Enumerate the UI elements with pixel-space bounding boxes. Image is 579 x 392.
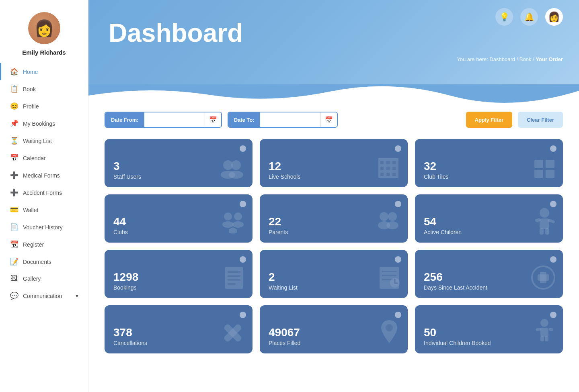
svg-rect-17 [546,170,554,178]
stat-card-active-children[interactable]: 54 Active Children [415,194,563,243]
svg-rect-31 [545,228,549,235]
stat-indicator [240,201,246,207]
sidebar-item-my-bookings[interactable]: 📌 My Bookings [0,115,88,132]
date-to-input[interactable] [260,112,320,127]
svg-rect-9 [386,167,390,170]
pin-icon [377,318,401,348]
sidebar: 👩 Emily Richards 🏠 Home 📋 Book 😊 Profile… [0,0,88,392]
stat-card-waiting-list[interactable]: 2 Waiting List [260,250,408,298]
chevron-down-icon: ▼ [75,294,79,298]
medical-plus-icon [530,265,556,292]
grid-icon [532,158,556,182]
stat-card-live-schools[interactable]: 12 Live Schools [260,139,408,187]
sidebar-label-my-bookings: My Bookings [23,120,55,127]
lightbulb-icon-button[interactable]: 💡 [495,8,513,26]
sidebar-item-waiting-list[interactable]: ⏳ Waiting List [0,132,88,149]
wallet-icon: 💳 [10,206,18,214]
group-shield-icon [220,209,246,237]
sidebar-label-accident-forms: Accident Forms [23,190,62,196]
sidebar-item-calendar[interactable]: 📅 Calendar [0,149,88,167]
wave-decoration [88,84,579,104]
sidebar-item-accident-forms[interactable]: ➕ Accident Forms [0,184,88,201]
stat-card-places-filled[interactable]: 49067 Places Filled [260,305,408,353]
apply-filter-button[interactable]: Apply Filter [466,112,513,128]
clear-filter-button[interactable]: Clear Filter [518,112,563,128]
stats-grid: 3 Staff Users 12 Live Schools 32 Club Ti… [105,139,563,353]
svg-point-19 [234,212,242,220]
stat-card-cancellations[interactable]: 378 Cancellations [105,305,253,353]
sidebar-item-home[interactable]: 🏠 Home [0,63,88,80]
content-area: Date From: 📅 Date To: 📅 Apply Filter Cle… [88,104,579,392]
sidebar-item-profile[interactable]: 😊 Profile [0,98,88,115]
svg-rect-5 [380,161,384,164]
date-from-input[interactable] [144,112,205,127]
sidebar-label-medical-forms: Medical Forms [23,172,60,179]
svg-rect-6 [386,161,390,164]
stat-indicator [395,256,401,263]
parents-icon [375,209,401,237]
sidebar-label-gallery: Gallery [23,276,41,282]
stat-indicator [550,256,556,263]
svg-point-3 [229,171,243,179]
stat-indicator [395,145,401,152]
stat-indicator [395,312,401,318]
documents-icon: 📝 [10,257,18,266]
sidebar-item-book[interactable]: 📋 Book [0,80,88,98]
sidebar-item-register[interactable]: 📆 Register [0,236,88,253]
stat-card-clubs[interactable]: 44 Clubs [105,194,253,243]
stat-card-staff-users[interactable]: 3 Staff Users [105,139,253,187]
svg-rect-53 [545,336,548,341]
svg-rect-12 [386,173,390,176]
sidebar-item-gallery[interactable]: 🖼 Gallery [0,270,88,287]
stat-indicator [550,201,556,207]
sidebar-label-register: Register [23,241,44,248]
breadcrumb-current: Your Order [536,56,563,62]
date-to-calendar-button[interactable]: 📅 [320,112,337,127]
gallery-icon: 🖼 [10,275,18,283]
svg-point-22 [380,212,388,221]
svg-rect-13 [392,173,396,176]
svg-rect-49 [540,328,548,337]
sidebar-item-wallet[interactable]: 💳 Wallet [0,201,88,218]
bell-icon-button[interactable]: 🔔 [520,8,538,26]
svg-rect-30 [540,228,544,235]
stat-indicator [550,145,556,152]
stat-card-club-tiles[interactable]: 32 Club Tiles [415,139,563,187]
sidebar-label-calendar: Calendar [23,155,46,161]
svg-point-20 [222,221,234,228]
cross-icon [220,320,246,348]
breadcrumb: You are here: Dashboard / Book / Your Or… [457,56,563,62]
user-avatar-button[interactable]: 👩 [545,8,563,26]
svg-rect-33 [228,271,240,273]
sidebar-label-communication: Communication [23,293,62,299]
stat-card-days-accident[interactable]: 256 Days Since Last Accident [415,250,563,298]
stat-card-individual-children[interactable]: 50 Individual Children Booked [415,305,563,353]
svg-rect-35 [228,279,240,281]
medical-forms-icon: ➕ [10,171,18,180]
voucher-history-icon: 📄 [10,223,18,231]
sidebar-item-medical-forms[interactable]: ➕ Medical Forms [0,167,88,184]
svg-point-25 [386,221,398,229]
stat-card-bookings[interactable]: 1298 Bookings [105,250,253,298]
svg-point-18 [224,212,232,220]
svg-rect-34 [228,275,240,277]
building-icon [375,156,401,182]
breadcrumb-prefix: You are here: Dashboard / Book / [457,56,536,62]
page-title: Dashboard [109,20,559,46]
accident-forms-icon: ➕ [10,188,18,197]
book-icon: 📋 [10,85,18,93]
date-from-calendar-button[interactable]: 📅 [205,112,221,127]
svg-rect-16 [534,170,543,178]
svg-point-26 [540,208,549,218]
svg-rect-7 [392,161,396,164]
svg-rect-36 [228,283,236,285]
stat-card-parents[interactable]: 22 Parents [260,194,408,243]
svg-point-21 [232,221,244,228]
stat-indicator [240,256,246,263]
sidebar-item-communication[interactable]: 💬 Communication ▼ [0,287,88,304]
sidebar-item-documents[interactable]: 📝 Documents [0,253,88,270]
svg-rect-44 [538,274,549,281]
calendar-icon: 📅 [10,154,18,162]
user-name: Emily Richards [22,49,66,56]
sidebar-item-voucher-history[interactable]: 📄 Voucher History [0,218,88,236]
